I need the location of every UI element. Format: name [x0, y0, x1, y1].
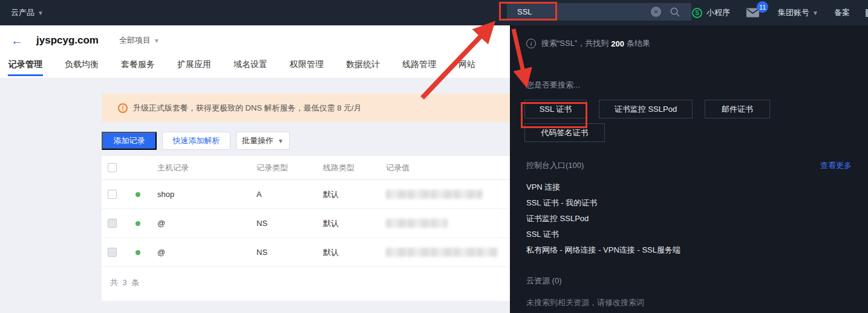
mini-program-entry[interactable]: S 小程序 — [692, 7, 730, 18]
search-input[interactable] — [517, 7, 647, 16]
table-row[interactable]: @ NS 默认 — [102, 209, 510, 238]
batch-operations-button[interactable]: 批量操作 ▼ — [236, 132, 290, 150]
chevron-down-icon: ▼ — [38, 10, 44, 16]
result-count: 200 — [611, 39, 624, 48]
clipped-menu-item — [866, 9, 868, 17]
messages-entry[interactable]: 11 — [746, 7, 760, 18]
search-suggestions: SSL 证书 证书监控 SSLPod 邮件证书 代码签名证书 — [524, 100, 868, 142]
search-results-panel: i 搜索“SSL”，共找到 200 条结果 您是否要搜索... SSL 证书 证… — [510, 25, 868, 313]
chevron-down-icon: ▼ — [154, 37, 160, 44]
col-host: 主机记录 — [157, 163, 256, 173]
domain-tabs: 记录管理 负载均衡 套餐服务 扩展应用 域名设置 权限管理 数据统计 线路管理 … — [0, 56, 510, 79]
col-line: 线路类型 — [323, 163, 386, 173]
suggestion-code-signing-certificate[interactable]: 代码签名证书 — [524, 123, 605, 142]
view-more-link[interactable]: 查看更多 — [820, 160, 852, 171]
row-checkbox[interactable] — [108, 190, 117, 199]
tab-line-management[interactable]: 线路管理 — [402, 56, 437, 76]
console-entries-title: 控制台入口(100) — [526, 160, 584, 171]
upgrade-banner: ! 升级正式版套餐，获得更极致的 DNS 解析服务，最低仅需 8 元/月 — [102, 94, 510, 122]
tab-permissions[interactable]: 权限管理 — [289, 56, 324, 76]
quick-add-button[interactable]: 快速添加解析 — [162, 132, 230, 150]
record-actions: 添加记录 快速添加解析 批量操作 ▼ — [102, 132, 290, 150]
topbar-right-group: S 小程序 11 集团账号 ▼ 备案 — [692, 0, 868, 25]
dns-console-page: ← jyspcyg.com 全部项目 ▼ 记录管理 负载均衡 套餐服务 扩展应用… — [0, 25, 510, 313]
table-header-row: 主机记录 记录类型 线路类型 记录值 — [102, 156, 510, 180]
mini-program-label: 小程序 — [706, 7, 730, 18]
project-filter-dropdown[interactable]: 全部项目 ▼ — [119, 35, 160, 46]
group-account-label: 集团账号 — [778, 7, 809, 18]
record-count: 共 3 条 — [110, 277, 140, 288]
beian-entry[interactable]: 备案 — [834, 7, 850, 18]
list-item[interactable]: VPN 连接 — [526, 179, 868, 195]
suggestion-ssl-certificate[interactable]: SSL 证书 — [524, 100, 587, 118]
records-table: 主机记录 记录类型 线路类型 记录值 shop A 默认 @ NS 默认 — [102, 156, 510, 301]
cloud-products-label: 云产品 — [11, 7, 34, 18]
global-search-bar[interactable]: ✕ — [507, 3, 691, 21]
record-value-redacted — [386, 248, 498, 257]
page-title-domain: jyspcyg.com — [36, 34, 99, 47]
info-icon: i — [526, 39, 536, 48]
line-type: 默认 — [323, 189, 386, 200]
table-row[interactable]: @ NS 默认 — [102, 238, 510, 267]
result-prefix: 搜索“SSL”，共找到 — [541, 38, 609, 49]
console-entries-header: 控制台入口(100) 查看更多 — [526, 160, 852, 171]
row-checkbox-disabled — [108, 248, 117, 257]
mini-program-icon: S — [692, 8, 702, 18]
host-record: @ — [157, 219, 256, 228]
tab-extensions[interactable]: 扩展应用 — [177, 56, 212, 76]
select-all-checkbox[interactable] — [108, 163, 117, 172]
upgrade-banner-text: 升级正式版套餐，获得更极致的 DNS 解析服务，最低仅需 8 元/月 — [133, 103, 362, 114]
tab-load-balancing[interactable]: 负载均衡 — [64, 56, 99, 76]
search-icon[interactable] — [670, 7, 680, 18]
status-dot-icon — [135, 221, 140, 226]
suggestion-email-certificate[interactable]: 邮件证书 — [705, 100, 770, 118]
add-record-button[interactable]: 添加记录 — [102, 132, 157, 150]
record-type: A — [256, 190, 323, 199]
table-row[interactable]: shop A 默认 — [102, 180, 510, 209]
domain-header: ← jyspcyg.com 全部项目 ▼ — [0, 25, 510, 56]
cloud-resources-title: 云资源 (0) — [526, 276, 868, 286]
tab-domain-settings[interactable]: 域名设置 — [233, 56, 268, 76]
cloud-products-menu[interactable]: 云产品 ▼ — [11, 7, 44, 18]
unread-count-badge: 11 — [757, 1, 768, 13]
project-filter-label: 全部项目 — [119, 35, 151, 46]
table-footer: 共 3 条 — [102, 267, 510, 301]
row-checkbox-disabled — [108, 219, 117, 228]
chevron-down-icon: ▼ — [278, 138, 284, 144]
line-type: 默认 — [323, 218, 386, 229]
record-type: NS — [256, 219, 323, 228]
record-value-redacted — [386, 219, 448, 228]
beian-label: 备案 — [834, 7, 850, 18]
list-item[interactable]: SSL 证书 — [526, 227, 868, 242]
search-result-summary: i 搜索“SSL”，共找到 200 条结果 — [526, 38, 868, 49]
suggestion-sslpod[interactable]: 证书监控 SSLPod — [599, 100, 693, 118]
warning-icon: ! — [118, 103, 128, 113]
col-value: 记录值 — [386, 163, 510, 173]
suggest-title: 您是否要搜索... — [526, 80, 868, 91]
cloud-resources-empty-text: 未搜索到相关资源，请修改搜索词 — [526, 297, 868, 308]
topbar: 云产品 ▼ ✕ S 小程序 11 集团账号 ▼ 备案 — [0, 0, 868, 25]
list-item[interactable]: 证书监控 SSLPod — [526, 211, 868, 227]
tab-plan-services[interactable]: 套餐服务 — [120, 56, 155, 76]
host-record: shop — [157, 190, 256, 199]
col-type: 记录类型 — [256, 163, 323, 173]
chevron-down-icon: ▼ — [812, 10, 818, 16]
record-value-redacted — [386, 190, 483, 199]
list-item[interactable]: 私有网络 - 网络连接 - VPN连接 - SSL服务端 — [526, 242, 868, 258]
back-arrow-icon[interactable]: ← — [11, 34, 23, 47]
tab-statistics[interactable]: 数据统计 — [345, 56, 380, 76]
host-record: @ — [157, 248, 256, 257]
result-suffix: 条结果 — [627, 38, 650, 49]
record-type: NS — [256, 248, 323, 257]
status-dot-icon — [135, 192, 140, 197]
tab-record-management[interactable]: 记录管理 — [8, 56, 43, 76]
list-item[interactable]: SSL 证书 - 我的证书 — [526, 195, 868, 211]
line-type: 默认 — [323, 247, 386, 258]
console-entries-list: VPN 连接 SSL 证书 - 我的证书 证书监控 SSLPod SSL 证书 … — [526, 179, 868, 258]
tab-website[interactable]: 网站 — [458, 56, 476, 76]
status-dot-icon — [135, 250, 140, 255]
group-account-menu[interactable]: 集团账号 ▼ — [778, 7, 818, 18]
batch-operations-label: 批量操作 — [242, 135, 273, 146]
clear-search-icon[interactable]: ✕ — [651, 7, 661, 17]
